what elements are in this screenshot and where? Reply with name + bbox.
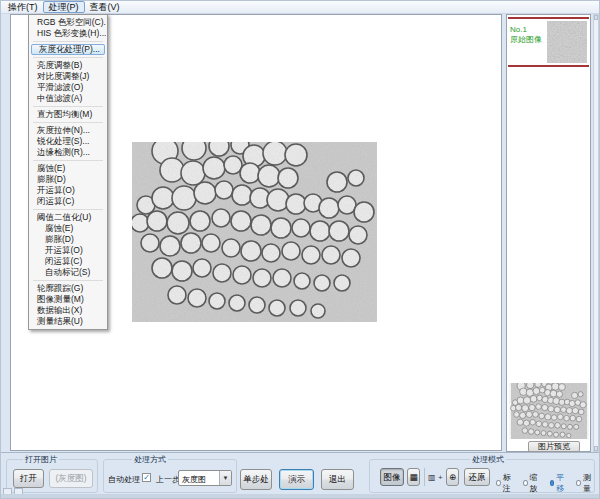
result-list-item[interactable]: No.1 原始图像 bbox=[508, 17, 589, 67]
menu-item[interactable]: RGB 色彩空间(C)... bbox=[30, 17, 106, 28]
menu-item[interactable]: 腐蚀(E) bbox=[30, 163, 106, 174]
menu-item[interactable]: 闭运算(C) bbox=[30, 196, 106, 207]
view-option[interactable]: 标注 bbox=[496, 472, 514, 494]
view-option[interactable]: 缩放 bbox=[523, 472, 541, 494]
result-item-thumbnail bbox=[547, 21, 587, 63]
menu-item[interactable]: 亮度调整(B) bbox=[30, 60, 106, 71]
menu-separator bbox=[33, 41, 103, 42]
menu-item[interactable]: 开运算(O) bbox=[30, 185, 106, 196]
view-option-label: 标注 bbox=[503, 472, 514, 494]
open-group-label: 打开图片 bbox=[23, 455, 59, 464]
results-sidebar: No.1 原始图像 图片预览 bbox=[506, 14, 591, 452]
menu-item[interactable]: 数据输出(X) bbox=[30, 305, 106, 316]
sidebar-scrollbar[interactable] bbox=[593, 14, 599, 452]
radio-icon[interactable] bbox=[496, 480, 501, 486]
view-group-label: 处理模式 bbox=[470, 455, 506, 464]
menu-item[interactable]: 锐化处理(S)... bbox=[30, 136, 106, 147]
menu-separator bbox=[33, 122, 103, 123]
chevron-down-icon[interactable]: ▼ bbox=[219, 471, 231, 485]
menu-item[interactable]: 测量结果(U) bbox=[30, 316, 106, 327]
menu-separator bbox=[33, 106, 103, 107]
prev-step-combobox[interactable]: 灰度图 ▼ bbox=[178, 470, 232, 486]
menu-item[interactable]: 灰度拉伸(N)... bbox=[30, 125, 106, 136]
bottom-toolbar: 打开图片 打开 (灰度图) 处理方式 自动处理 ✓ 上一步: 灰度图 ▼ 单步处… bbox=[1, 452, 600, 494]
menu-item[interactable]: 开运算(O) bbox=[30, 245, 106, 256]
menu-item[interactable]: 图像测量(M) bbox=[30, 294, 106, 305]
result-item-text: No.1 原始图像 bbox=[510, 25, 548, 45]
process-mode-group: 处理方式 自动处理 ✓ 上一步: 灰度图 ▼ bbox=[103, 459, 237, 493]
menu-item[interactable]: 自动标记(S) bbox=[30, 267, 106, 278]
menu-item[interactable]: 膨胀(D) bbox=[30, 234, 106, 245]
mode-group-label: 处理方式 bbox=[132, 455, 168, 464]
action-button[interactable]: 单步处理 bbox=[240, 469, 272, 490]
view-option[interactable]: 平移 bbox=[550, 472, 568, 494]
menu-separator bbox=[33, 57, 103, 58]
menu-item[interactable]: 中值滤波(A) bbox=[30, 93, 106, 104]
menu-item[interactable]: 膨胀(D) bbox=[30, 174, 106, 185]
window-bottom-edge bbox=[1, 494, 600, 499]
app-window: 操作(T)处理(P)查看(V) RGB 色彩空间(C)...HIS 色彩变换(H… bbox=[0, 0, 600, 499]
menu-item[interactable]: 直方图均衡(M) bbox=[30, 109, 106, 120]
menu-item[interactable]: 阈值二值化(U) bbox=[30, 212, 106, 223]
result-item-line2: 原始图像 bbox=[510, 35, 548, 45]
view-option-label: 平移 bbox=[556, 472, 567, 494]
radio-icon[interactable] bbox=[576, 480, 581, 486]
open-button[interactable]: 打开 bbox=[13, 469, 44, 488]
grid-icon[interactable]: ▦ bbox=[407, 468, 420, 486]
view-option-label: 测量 bbox=[583, 472, 594, 494]
preview-button[interactable]: 图片预览 bbox=[528, 441, 580, 452]
combobox-value: 灰度图 bbox=[182, 474, 206, 485]
menu-item[interactable]: 对比度调整(J) bbox=[30, 71, 106, 82]
reset-button[interactable]: 还原 bbox=[464, 468, 490, 486]
result-item-line1: No.1 bbox=[510, 25, 548, 35]
menu-item[interactable]: 轮廓跟踪(G) bbox=[30, 283, 106, 294]
radio-icon[interactable] bbox=[550, 480, 555, 486]
micrograph-image bbox=[132, 142, 377, 322]
process-menu: RGB 色彩空间(C)...HIS 色彩变换(H)...灰度化处理(P)...亮… bbox=[28, 14, 108, 330]
source-image-thumbnail[interactable] bbox=[509, 383, 589, 439]
menu-item[interactable]: 腐蚀(E) bbox=[30, 223, 106, 234]
menubar: 操作(T)处理(P)查看(V) bbox=[1, 1, 599, 14]
action-button[interactable]: 退出 bbox=[321, 469, 354, 490]
menu-item[interactable]: 平滑滤波(O) bbox=[30, 82, 106, 93]
menubar-item[interactable]: 操作(T) bbox=[3, 1, 43, 13]
plus-icon[interactable]: + bbox=[438, 473, 443, 482]
menu-separator bbox=[33, 160, 103, 161]
menubar-item[interactable]: 查看(V) bbox=[85, 1, 125, 13]
auto-process-checkbox[interactable]: ✓ bbox=[142, 473, 151, 482]
menu-separator bbox=[33, 209, 103, 210]
view-option-label: 缩放 bbox=[530, 472, 541, 494]
histogram-icon[interactable]: ▥ bbox=[428, 473, 436, 482]
grayscale-button: (灰度图) bbox=[49, 469, 93, 488]
menu-item-highlighted[interactable]: 灰度化处理(P)... bbox=[31, 44, 105, 55]
menu-item[interactable]: 闭运算(C) bbox=[30, 256, 106, 267]
image-toggle-button[interactable]: 图像 bbox=[380, 468, 404, 486]
auto-process-label: 自动处理 bbox=[108, 474, 140, 485]
zoom-icon[interactable]: ⊕ bbox=[446, 468, 459, 486]
scroll-up-icon[interactable] bbox=[594, 15, 598, 20]
menu-separator bbox=[33, 280, 103, 281]
scroll-down-icon[interactable] bbox=[594, 446, 598, 451]
menubar-item[interactable]: 处理(P) bbox=[43, 1, 85, 13]
view-option[interactable]: 测量 bbox=[576, 472, 594, 494]
demo-button-default[interactable]: 演示 bbox=[279, 469, 314, 490]
menu-item[interactable]: HIS 色彩变换(H)... bbox=[30, 28, 106, 39]
toolbar-divider bbox=[424, 468, 425, 486]
view-options: 标注缩放平移测量 bbox=[496, 472, 594, 494]
radio-icon[interactable] bbox=[523, 480, 528, 486]
menu-item[interactable]: 边缘检测(R)... bbox=[30, 147, 106, 158]
display-mode-group: 处理模式 图像 ▦ ▥ + ⊕ 还原 标注缩放平移测量 bbox=[369, 459, 595, 493]
